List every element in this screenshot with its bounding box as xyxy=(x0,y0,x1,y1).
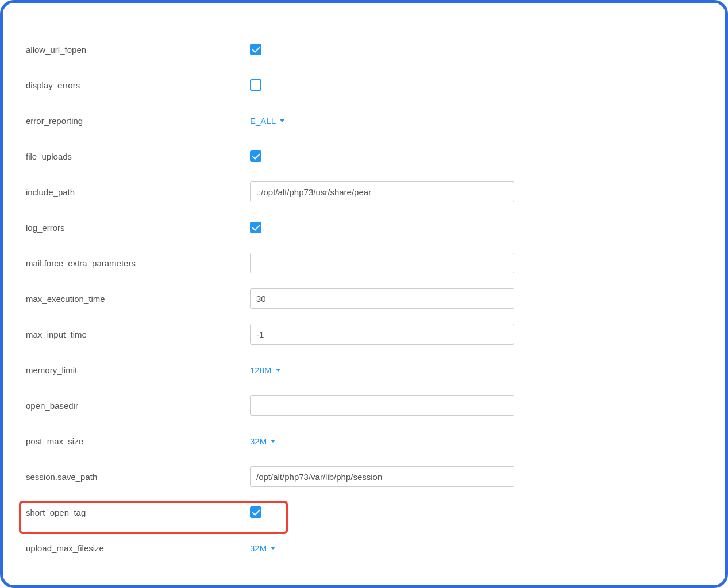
input-mail-force-extra-parameters[interactable] xyxy=(250,253,514,273)
caret-down-icon xyxy=(271,440,275,443)
label-short-open-tag: short_open_tag xyxy=(26,508,250,517)
row-open-basedir: open_basedir xyxy=(26,388,702,423)
row-max-execution-time: max_execution_time xyxy=(26,281,702,316)
label-max-input-time: max_input_time xyxy=(26,330,250,339)
checkbox-log-errors[interactable] xyxy=(250,222,261,233)
label-memory-limit: memory_limit xyxy=(26,365,250,375)
dropdown-memory-limit[interactable]: 128M xyxy=(250,365,280,375)
checkbox-file-uploads[interactable] xyxy=(250,150,261,162)
row-max-input-time: max_input_time xyxy=(26,316,702,352)
row-allow-url-fopen: allow_url_fopen xyxy=(26,32,702,67)
dropdown-value: 128M xyxy=(250,365,272,375)
dropdown-upload-max-filesize[interactable]: 32M xyxy=(250,543,275,553)
caret-down-icon xyxy=(276,369,280,372)
dropdown-value: 32M xyxy=(250,543,267,553)
checkbox-allow-url-fopen[interactable] xyxy=(250,44,261,55)
input-include-path[interactable] xyxy=(250,181,514,202)
row-post-max-size: post_max_size 32M xyxy=(26,423,702,459)
checkbox-short-open-tag[interactable] xyxy=(250,506,261,518)
label-display-errors: display_errors xyxy=(26,80,250,90)
input-session-save-path[interactable] xyxy=(250,466,514,487)
dropdown-value: 32M xyxy=(250,436,267,446)
input-max-execution-time[interactable] xyxy=(250,288,514,309)
caret-down-icon xyxy=(271,547,275,550)
row-session-save-path: session.save_path xyxy=(26,459,702,494)
row-display-errors: display_errors xyxy=(26,67,702,103)
label-log-errors: log_errors xyxy=(26,223,250,233)
label-session-save-path: session.save_path xyxy=(26,472,250,482)
row-file-uploads: file_uploads xyxy=(26,138,702,174)
row-include-path: include_path xyxy=(26,174,702,210)
label-allow-url-fopen: allow_url_fopen xyxy=(26,45,250,55)
php-settings-panel: allow_url_fopen display_errors error_rep… xyxy=(0,0,728,588)
label-max-execution-time: max_execution_time xyxy=(26,294,250,304)
row-log-errors: log_errors xyxy=(26,210,702,245)
label-open-basedir: open_basedir xyxy=(26,401,250,411)
label-post-max-size: post_max_size xyxy=(26,436,250,446)
row-upload-max-filesize: upload_max_filesize 32M xyxy=(26,530,702,566)
label-mail-force-extra-parameters: mail.force_extra_parameters xyxy=(26,258,250,268)
row-mail-force-extra-parameters: mail.force_extra_parameters xyxy=(26,245,702,281)
dropdown-post-max-size[interactable]: 32M xyxy=(250,436,275,446)
input-max-input-time[interactable] xyxy=(250,324,514,345)
row-error-reporting: error_reporting E_ALL xyxy=(26,103,702,138)
label-file-uploads: file_uploads xyxy=(26,152,250,161)
caret-down-icon xyxy=(280,119,284,122)
label-error-reporting: error_reporting xyxy=(26,116,250,126)
checkbox-display-errors[interactable] xyxy=(250,79,261,91)
label-include-path: include_path xyxy=(26,187,250,197)
dropdown-value: E_ALL xyxy=(250,116,276,126)
dropdown-error-reporting[interactable]: E_ALL xyxy=(250,116,284,126)
label-upload-max-filesize: upload_max_filesize xyxy=(26,543,250,553)
row-short-open-tag: short_open_tag xyxy=(26,494,702,530)
input-open-basedir[interactable] xyxy=(250,395,514,416)
row-memory-limit: memory_limit 128M xyxy=(26,352,702,388)
